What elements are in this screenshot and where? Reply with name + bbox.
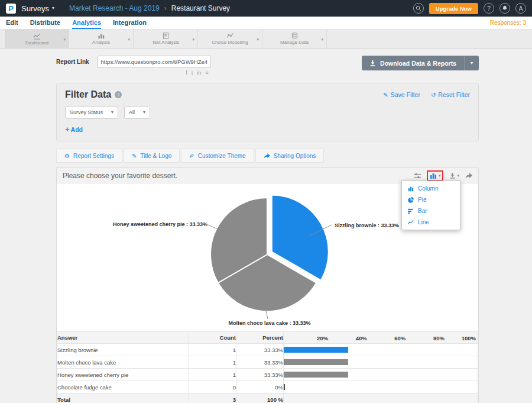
chevron-down-icon[interactable]: ▾ [63, 37, 66, 41]
answer-cell: Molten choco lava cake [57, 356, 189, 369]
surveys-menu-label: Surveys [21, 4, 49, 13]
count-cell: 1 [189, 356, 236, 369]
chevron-down-icon: ▾ [143, 110, 145, 115]
chevron-down-icon[interactable]: ▾ [321, 37, 323, 41]
filter-data-panel: Filter Data ? ✎ Save Filter ↺ Reset Filt… [56, 83, 479, 141]
tab-label: Analysis [92, 40, 110, 45]
bar-chart-icon [408, 208, 414, 214]
tab-label: Text Analysis [152, 40, 179, 45]
share-icon [264, 153, 270, 159]
bar-cell [284, 369, 478, 381]
notifications-button[interactable] [499, 3, 510, 14]
percent-bar [284, 359, 348, 365]
avatar[interactable]: A [515, 3, 526, 14]
chevron-down-icon[interactable]: ▾ [128, 37, 130, 41]
menu-item-analytics[interactable]: Analytics [72, 17, 101, 29]
add-filter-label: Add [71, 126, 83, 133]
scale-tick: 100% [462, 334, 476, 341]
top-navigation-bar: P Surveys ▾ Market Research - Aug 2019 ›… [0, 0, 532, 17]
add-filter-link[interactable]: + Add [65, 125, 83, 134]
menu-item-edit[interactable]: Edit [6, 17, 18, 29]
menu-item-label: Line [418, 219, 429, 225]
breadcrumb: Market Research - Aug 2019 › Restaurant … [69, 4, 230, 12]
responses-count[interactable]: Responses: 3 [490, 20, 526, 26]
report-link-label: Report Link [56, 59, 89, 65]
status-value-select[interactable]: All ▾ [124, 106, 150, 119]
breadcrumb-parent[interactable]: Market Research - Aug 2019 [69, 4, 160, 12]
bar-cell [284, 356, 478, 369]
menu-item-label: Bar [418, 208, 427, 214]
save-filter-link[interactable]: ✎ Save Filter [383, 91, 420, 98]
menu-item-integration[interactable]: Integration [113, 17, 147, 29]
questionpro-logo[interactable]: P [6, 4, 16, 14]
save-filter-label: Save Filter [391, 91, 420, 98]
report-link-input[interactable] [98, 56, 211, 68]
facebook-icon[interactable]: f [186, 70, 187, 76]
text-analysis-icon [162, 33, 170, 39]
menu-item-column[interactable]: Column [402, 183, 460, 194]
filter-help-icon[interactable]: ? [115, 91, 122, 98]
surveys-menu[interactable]: Surveys ▾ [21, 4, 54, 13]
bar-cell [284, 381, 478, 394]
survey-status-select[interactable]: Survey Status ▾ [65, 106, 118, 119]
pencil-icon: ✎ [132, 153, 137, 159]
tab-analysis[interactable]: Analysis ▾ [69, 30, 134, 48]
reset-filter-link[interactable]: ↺ Reset Filter [431, 91, 470, 98]
tab-manage-data[interactable]: Manage Data ▾ [262, 30, 327, 48]
percent-header: Percent [236, 332, 284, 344]
dashboard-icon [33, 33, 41, 40]
embed-icon[interactable]: ≡ [205, 70, 208, 76]
chevron-down-icon: ▾ [439, 173, 441, 178]
line-chart-icon [408, 220, 414, 225]
help-button[interactable]: ? [484, 3, 494, 14]
tab-label: Manage Data [280, 40, 309, 45]
download-data-reports-button[interactable]: Download Data & Reports [362, 56, 464, 70]
gear-icon: ⚙ [64, 153, 70, 159]
pie-chart-icon [408, 197, 414, 203]
filter-data-title: Filter Data [65, 89, 111, 100]
tab-text-analysis[interactable]: Text Analysis ▾ [134, 30, 198, 48]
share-icon [465, 173, 472, 179]
total-percent-cell: 100 % [236, 394, 284, 403]
breadcrumb-current: Restaurant Survey [171, 4, 230, 12]
chart-share-button[interactable] [465, 173, 472, 179]
scale-tick: 20% [317, 334, 328, 341]
choice-modelling-icon [226, 33, 234, 39]
chart-type-button[interactable]: ▾ [427, 170, 444, 181]
chart-settings-button[interactable] [414, 172, 421, 179]
reset-filter-label: Reset Filter [438, 91, 470, 98]
search-button[interactable] [413, 3, 424, 14]
download-button-label: Download Data & Reports [380, 60, 456, 67]
tab-choice-modelling[interactable]: Choice Modelling ▾ [198, 30, 262, 48]
chart-download-button[interactable]: ▾ [449, 172, 459, 179]
menu-item-distribute[interactable]: Distribute [30, 17, 60, 29]
search-icon [416, 5, 421, 11]
upgrade-button[interactable]: Upgrade Now [429, 3, 478, 14]
menu-item-bar[interactable]: Bar [402, 205, 460, 217]
percent-bar [284, 372, 348, 378]
title-logo-tab[interactable]: ✎ Title & Logo [124, 149, 180, 163]
percent-cell: 0% [236, 381, 284, 394]
download-split-button: Download Data & Reports ▾ [362, 56, 479, 70]
customize-theme-tab[interactable]: ✐ Customize Theme [181, 149, 254, 163]
linkedin-icon[interactable]: in [197, 70, 201, 76]
chevron-down-icon[interactable]: ▾ [192, 37, 194, 41]
menu-item-line[interactable]: Line [402, 217, 460, 228]
sharing-options-tab[interactable]: Sharing Options [255, 149, 325, 163]
menu-item-pie[interactable]: Pie [402, 194, 460, 205]
table-row: Sizzling brownie 1 33.33% [57, 344, 478, 356]
bell-icon [502, 5, 508, 11]
download-options-caret[interactable]: ▾ [464, 56, 479, 70]
main-menu-bar: Edit Distribute Analytics Integration Re… [0, 17, 532, 30]
report-settings-tab[interactable]: ⚙ Report Settings [56, 149, 122, 163]
tab-dashboard[interactable]: Dashboard ▾ [5, 30, 69, 48]
percent-bar [284, 347, 348, 353]
table-total-row: Total 3 100 % [57, 394, 478, 403]
answer-cell: Sizzling brownie [57, 344, 189, 356]
chevron-down-icon[interactable]: ▾ [257, 37, 259, 41]
column-chart-icon [408, 186, 414, 192]
twitter-icon[interactable]: t [192, 70, 193, 76]
menu-item-label: Pie [418, 196, 426, 203]
download-icon [369, 60, 376, 66]
question-chart-card: Please choose your favorite dessert. ▾ ▾ [56, 167, 479, 403]
